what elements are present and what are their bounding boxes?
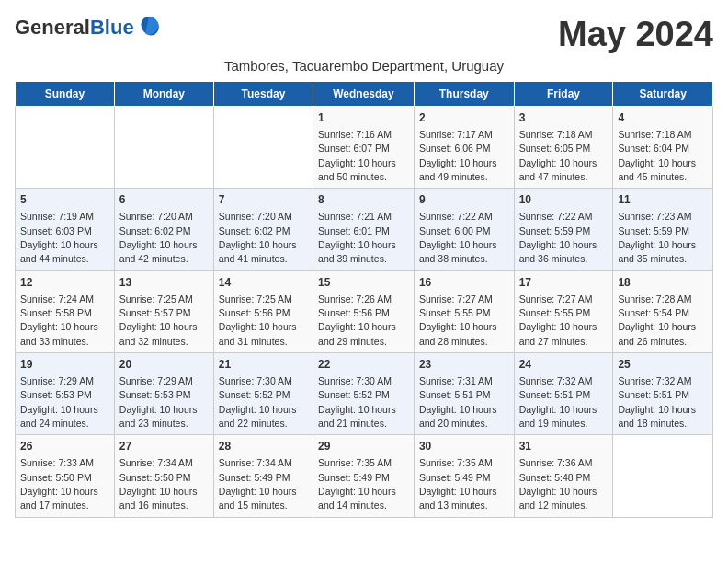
day-number: 27 [119,439,209,454]
day-info: Sunrise: 7:36 AM Sunset: 5:48 PM Dayligh… [519,457,597,511]
day-number: 14 [219,275,308,291]
day-info: Sunrise: 7:18 AM Sunset: 6:04 PM Dayligh… [618,129,696,182]
calendar-cell: 18Sunrise: 7:28 AM Sunset: 5:54 PM Dayli… [613,270,713,352]
day-number: 10 [519,192,609,208]
calendar-cell: 3Sunrise: 7:18 AM Sunset: 6:05 PM Daylig… [514,107,613,189]
day-info: Sunrise: 7:35 AM Sunset: 5:49 PM Dayligh… [318,457,396,511]
calendar-cell: 13Sunrise: 7:25 AM Sunset: 5:57 PM Dayli… [114,270,213,352]
day-info: Sunrise: 7:29 AM Sunset: 5:53 PM Dayligh… [20,375,98,429]
day-number: 12 [20,275,109,291]
day-info: Sunrise: 7:28 AM Sunset: 5:54 PM Dayligh… [618,293,696,347]
header-day-saturday: Saturday [613,82,713,107]
day-number: 18 [618,275,708,291]
header-day-monday: Monday [114,82,213,107]
day-number: 30 [419,439,509,454]
day-info: Sunrise: 7:20 AM Sunset: 6:02 PM Dayligh… [219,211,297,264]
day-info: Sunrise: 7:18 AM Sunset: 6:05 PM Dayligh… [519,129,597,182]
calendar-cell: 5Sunrise: 7:19 AM Sunset: 6:03 PM Daylig… [16,189,115,270]
day-info: Sunrise: 7:26 AM Sunset: 5:56 PM Dayligh… [318,293,396,347]
day-number: 25 [618,357,708,373]
logo-general: General [15,16,90,39]
calendar-cell [613,435,713,517]
calendar-cell: 9Sunrise: 7:22 AM Sunset: 6:00 PM Daylig… [414,189,514,270]
day-number: 22 [318,357,409,373]
day-info: Sunrise: 7:34 AM Sunset: 5:50 PM Dayligh… [119,457,198,511]
calendar-cell: 25Sunrise: 7:32 AM Sunset: 5:51 PM Dayli… [613,353,713,435]
calendar-cell: 10Sunrise: 7:22 AM Sunset: 5:59 PM Dayli… [514,189,613,270]
calendar-body: 1Sunrise: 7:16 AM Sunset: 6:07 PM Daylig… [16,107,713,518]
calendar-cell [213,107,313,189]
day-number: 11 [618,192,708,208]
day-number: 28 [219,439,308,454]
calendar-cell: 20Sunrise: 7:29 AM Sunset: 5:53 PM Dayli… [114,353,213,435]
header: GeneralBlue May 2024 [15,15,713,54]
calendar-cell: 28Sunrise: 7:34 AM Sunset: 5:49 PM Dayli… [213,435,313,517]
day-info: Sunrise: 7:22 AM Sunset: 6:00 PM Dayligh… [419,211,497,264]
day-number: 21 [219,357,308,373]
day-info: Sunrise: 7:17 AM Sunset: 6:06 PM Dayligh… [419,129,497,182]
day-info: Sunrise: 7:20 AM Sunset: 6:02 PM Dayligh… [119,211,198,264]
day-number: 15 [318,275,409,291]
day-info: Sunrise: 7:29 AM Sunset: 5:53 PM Dayligh… [119,375,198,429]
logo-icon [136,15,162,40]
day-number: 2 [419,110,509,126]
calendar-cell: 12Sunrise: 7:24 AM Sunset: 5:58 PM Dayli… [16,270,115,352]
calendar-cell: 22Sunrise: 7:30 AM Sunset: 5:52 PM Dayli… [313,353,415,435]
calendar-cell: 23Sunrise: 7:31 AM Sunset: 5:51 PM Dayli… [414,353,514,435]
week-row-4: 19Sunrise: 7:29 AM Sunset: 5:53 PM Dayli… [16,353,713,435]
calendar-cell [114,107,213,189]
header-day-thursday: Thursday [414,82,514,107]
day-number: 17 [519,275,609,291]
day-number: 29 [318,439,409,454]
calendar-cell: 14Sunrise: 7:25 AM Sunset: 5:56 PM Dayli… [213,270,313,352]
day-info: Sunrise: 7:25 AM Sunset: 5:57 PM Dayligh… [119,293,198,347]
calendar-cell: 21Sunrise: 7:30 AM Sunset: 5:52 PM Dayli… [213,353,313,435]
header-day-tuesday: Tuesday [213,82,313,107]
calendar-cell: 2Sunrise: 7:17 AM Sunset: 6:06 PM Daylig… [414,107,514,189]
calendar-cell: 19Sunrise: 7:29 AM Sunset: 5:53 PM Dayli… [16,353,115,435]
day-number: 9 [419,192,509,208]
day-info: Sunrise: 7:33 AM Sunset: 5:50 PM Dayligh… [20,457,98,511]
logo-blue: Blue [90,16,134,39]
day-info: Sunrise: 7:35 AM Sunset: 5:49 PM Dayligh… [419,457,497,511]
day-number: 26 [20,439,109,454]
day-number: 20 [119,357,209,373]
day-number: 6 [119,192,209,208]
day-info: Sunrise: 7:31 AM Sunset: 5:51 PM Dayligh… [419,375,497,429]
subtitle: Tambores, Tacuarembo Department, Uruguay [15,58,713,74]
header-day-wednesday: Wednesday [313,82,415,107]
day-info: Sunrise: 7:22 AM Sunset: 5:59 PM Dayligh… [519,211,597,264]
calendar-cell: 27Sunrise: 7:34 AM Sunset: 5:50 PM Dayli… [114,435,213,517]
day-info: Sunrise: 7:30 AM Sunset: 5:52 PM Dayligh… [219,375,297,429]
day-number: 16 [419,275,509,291]
calendar-table: SundayMondayTuesdayWednesdayThursdayFrid… [15,81,713,518]
header-day-sunday: Sunday [16,82,115,107]
day-number: 7 [219,192,308,208]
calendar-cell: 16Sunrise: 7:27 AM Sunset: 5:55 PM Dayli… [414,270,514,352]
logo-text: GeneralBlue [15,17,134,39]
logo: GeneralBlue [15,15,162,40]
week-row-5: 26Sunrise: 7:33 AM Sunset: 5:50 PM Dayli… [16,435,713,517]
calendar-cell: 31Sunrise: 7:36 AM Sunset: 5:48 PM Dayli… [514,435,613,517]
header-row: SundayMondayTuesdayWednesdayThursdayFrid… [16,82,713,107]
day-info: Sunrise: 7:32 AM Sunset: 5:51 PM Dayligh… [618,375,696,429]
header-day-friday: Friday [514,82,613,107]
calendar-cell: 15Sunrise: 7:26 AM Sunset: 5:56 PM Dayli… [313,270,415,352]
day-info: Sunrise: 7:34 AM Sunset: 5:49 PM Dayligh… [219,457,297,511]
day-info: Sunrise: 7:25 AM Sunset: 5:56 PM Dayligh… [219,293,297,347]
calendar-cell [16,107,115,189]
day-info: Sunrise: 7:19 AM Sunset: 6:03 PM Dayligh… [20,211,98,264]
day-info: Sunrise: 7:27 AM Sunset: 5:55 PM Dayligh… [419,293,497,347]
calendar-cell: 7Sunrise: 7:20 AM Sunset: 6:02 PM Daylig… [213,189,313,270]
day-number: 13 [119,275,209,291]
day-number: 23 [419,357,509,373]
calendar-cell: 26Sunrise: 7:33 AM Sunset: 5:50 PM Dayli… [16,435,115,517]
day-info: Sunrise: 7:27 AM Sunset: 5:55 PM Dayligh… [519,293,597,347]
week-row-3: 12Sunrise: 7:24 AM Sunset: 5:58 PM Dayli… [16,270,713,352]
day-number: 3 [519,110,609,126]
calendar-cell: 17Sunrise: 7:27 AM Sunset: 5:55 PM Dayli… [514,270,613,352]
calendar-cell: 29Sunrise: 7:35 AM Sunset: 5:49 PM Dayli… [313,435,415,517]
calendar-cell: 1Sunrise: 7:16 AM Sunset: 6:07 PM Daylig… [313,107,415,189]
day-number: 4 [618,110,708,126]
calendar-header: SundayMondayTuesdayWednesdayThursdayFrid… [16,82,713,107]
